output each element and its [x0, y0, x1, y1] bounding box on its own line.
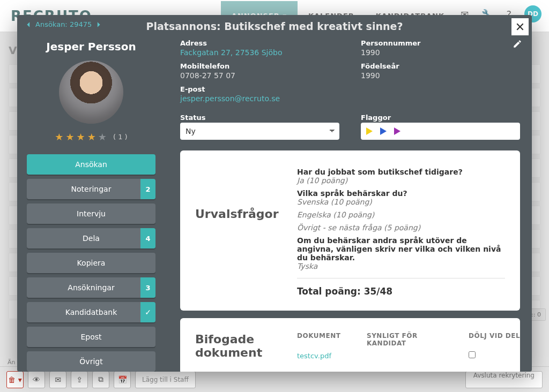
- tab-dela[interactable]: Dela4: [27, 228, 155, 248]
- document-link[interactable]: testcv.pdf: [297, 352, 351, 360]
- answer: Ja (10 poäng): [297, 176, 505, 185]
- badge: 2: [140, 179, 155, 199]
- value-personnummer: 1990: [361, 48, 520, 57]
- badge: 4: [140, 228, 155, 248]
- label-epost: E-post: [180, 85, 339, 93]
- tab-kandidatbank[interactable]: Kandidatbank✓: [27, 302, 155, 322]
- badge: 3: [140, 277, 155, 298]
- breadcrumb-label: Ansökan: 29475: [35, 20, 92, 28]
- star-icon: ★: [65, 131, 74, 142]
- tab-intervju[interactable]: Intervju: [27, 203, 155, 224]
- value-epost[interactable]: jesper.persson@recruto.se: [180, 94, 339, 103]
- tab-ansokan[interactable]: Ansökan: [27, 154, 155, 175]
- col-synligt: SYNLIGT FÖR KANDIDAT: [367, 332, 452, 347]
- candidate-photo: [59, 61, 123, 124]
- col-dokument: DOKUMENT: [297, 332, 351, 347]
- close-button[interactable]: ✕: [511, 18, 529, 35]
- candidate-name: Jesper Persson: [46, 40, 136, 53]
- tab-kopiera[interactable]: Kopiera: [27, 253, 155, 273]
- side-tabs: Ansökan Noteringar2 Intervju Dela4 Kopie…: [27, 154, 155, 372]
- label-mobil: Mobiltelefon: [180, 62, 339, 70]
- label-status: Status: [180, 114, 339, 122]
- label-personnummer: Personnummer: [361, 39, 520, 47]
- total-score: Total poäng: 35/48: [297, 286, 505, 297]
- flag-purple-icon[interactable]: [394, 127, 400, 135]
- tab-epost[interactable]: Epost: [27, 327, 155, 347]
- answer: Engelska (10 poäng): [297, 210, 505, 219]
- edit-icon[interactable]: [513, 39, 522, 51]
- answer: Svenska (10 poäng): [297, 198, 505, 206]
- tab-ansokningar[interactable]: Ansökningar3: [27, 277, 155, 298]
- label-fodelsear: Födelseår: [361, 62, 520, 70]
- tab-noteringar[interactable]: Noteringar2: [27, 179, 155, 199]
- question: Har du jobbat som butikschef tidigare?: [297, 168, 505, 176]
- star-icon: ★: [87, 131, 96, 142]
- col-dolj: DÖLJ VID DELNING: [469, 332, 520, 347]
- panel-title: Bifogade dokument: [195, 332, 281, 360]
- answer: Övrigt - se nästa fråga (5 poäng): [297, 223, 505, 232]
- status-select[interactable]: Ny: [180, 123, 339, 140]
- rating-count: ( 1 ): [113, 133, 128, 141]
- flag-blue-icon[interactable]: [380, 127, 387, 135]
- breadcrumb[interactable]: Ansökan: 29475: [26, 20, 523, 28]
- star-icon: ★: [77, 131, 85, 142]
- rating[interactable]: ★ ★ ★ ★ ★ ( 1 ): [55, 131, 127, 142]
- check-icon: ✓: [140, 302, 155, 322]
- application-modal: Ansökan: 29475 Platsannons: Butikschef m…: [17, 15, 532, 372]
- hide-on-share-checkbox[interactable]: [469, 351, 476, 358]
- star-icon: ★: [55, 131, 63, 142]
- value-mobil: 0708-27 57 07: [180, 71, 339, 80]
- question: Om du behärskar andra språk utöver de an…: [297, 236, 505, 262]
- question: Vilka språk behärskar du?: [297, 189, 505, 198]
- panel-bifogade-dokument: Bifogade dokument DOKUMENT SYNLIGT FÖR K…: [180, 318, 520, 372]
- arrow-left-icon: [26, 21, 32, 28]
- panel-urvalsfragor: Urvalsfrågor Har du jobbat som butiksche…: [180, 150, 520, 311]
- label-adress: Adress: [180, 39, 339, 47]
- answer: Tyska: [297, 262, 505, 270]
- tab-ovrigt[interactable]: Övrigt: [27, 351, 155, 372]
- flag-yellow-icon[interactable]: [366, 127, 373, 135]
- arrow-right-icon: [95, 21, 101, 28]
- label-flaggor: Flaggor: [361, 114, 520, 122]
- value-adress[interactable]: Fackgatan 27, 27536 Sjöbo: [180, 48, 339, 57]
- document-row: testcv.pdf: [297, 351, 520, 360]
- panel-title: Urvalsfrågor: [195, 164, 281, 297]
- star-icon: ★: [98, 131, 107, 142]
- value-fodelsear: 1990: [361, 71, 520, 80]
- flag-box[interactable]: [361, 123, 520, 140]
